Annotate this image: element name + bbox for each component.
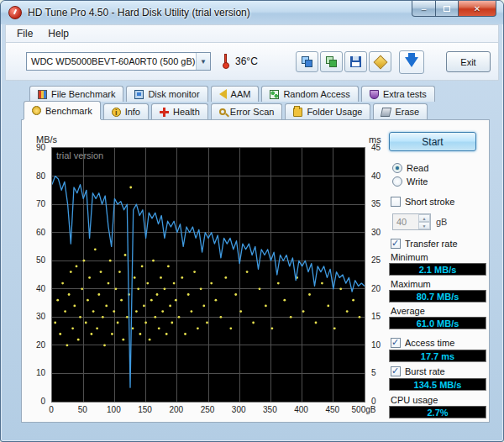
tab-label: Health	[173, 107, 200, 117]
tab-label: AAM	[231, 89, 251, 99]
tab-info[interactable]: i Info	[103, 103, 149, 119]
access-time-checkbox[interactable]	[391, 338, 401, 348]
tab-file-benchmark[interactable]: File Benchmark	[29, 86, 123, 102]
minimum-value: 2.1 MB/s	[389, 263, 486, 276]
save-screenshot-button[interactable]	[344, 51, 367, 72]
start-button[interactable]: Start	[389, 132, 476, 151]
short-stroke-row[interactable]: Short stroke	[391, 197, 491, 207]
folder-icon	[293, 108, 302, 117]
read-radio-row[interactable]: Read	[392, 163, 491, 173]
stroke-unit-label: gB	[436, 217, 447, 227]
access-time-value: 17.7 ms	[389, 350, 486, 362]
title-bar: HD Tune Pro 4.50 - Hard Disk Utility (tr…	[1, 1, 503, 24]
average-value: 61.0 MB/s	[389, 317, 486, 329]
write-radio-row[interactable]: Write	[392, 176, 491, 187]
write-radio[interactable]	[392, 176, 402, 187]
short-stroke-label: Short stroke	[405, 197, 454, 207]
right-tick: 10	[371, 340, 381, 350]
tab-erase[interactable]: Erase	[373, 103, 428, 119]
left-tick: 40	[36, 284, 45, 293]
average-label: Average	[391, 306, 491, 316]
short-stroke-checkbox[interactable]	[391, 197, 401, 207]
read-radio[interactable]	[392, 163, 402, 173]
tab-random-access[interactable]: Random Access	[261, 86, 358, 102]
tab-disk-monitor[interactable]: Disk monitor	[126, 86, 207, 102]
left-tick: 50	[36, 255, 45, 265]
cpu-usage-value: 2.7%	[389, 406, 486, 418]
caption-buttons: – ✕	[412, 1, 496, 17]
tab-row-primary: Benchmark i Info Health Error Scan Folde…	[24, 102, 430, 119]
tab-error-scan[interactable]: Error Scan	[211, 103, 283, 119]
tab-benchmark[interactable]: Benchmark	[24, 101, 101, 119]
minimize-button[interactable]: –	[412, 1, 436, 17]
left-tick: 30	[36, 312, 45, 321]
x-tick: 100	[107, 405, 121, 414]
spinner-buttons: ▲ ▼	[418, 214, 430, 229]
x-tick: 200	[169, 405, 183, 414]
right-tick: 25	[371, 255, 381, 265]
burst-rate-row[interactable]: Burst rate	[391, 366, 491, 376]
transfer-rate-row[interactable]: Transfer rate	[391, 239, 491, 249]
save-icon	[350, 56, 361, 67]
app-window: HD Tune Pro 4.50 - Hard Disk Utility (tr…	[0, 0, 504, 442]
spin-up-icon[interactable]: ▲	[418, 214, 430, 222]
menu-file[interactable]: File	[9, 26, 40, 41]
left-axis-ticks: 9080706050403020100	[26, 147, 48, 403]
chevron-down-icon: ▼	[196, 53, 210, 70]
app-icon	[8, 6, 22, 19]
x-tick: 500gB	[352, 405, 376, 414]
minimum-label: Minimum	[391, 252, 491, 262]
maximize-button[interactable]	[436, 1, 459, 17]
x-tick: 350	[263, 405, 277, 414]
options-icon	[373, 55, 387, 69]
x-tick: 50	[78, 405, 87, 414]
drive-select[interactable]: WDC WD5000BEVT-60A0RT0 (500 gB) ▼	[26, 52, 211, 71]
menu-help[interactable]: Help	[40, 26, 76, 41]
burst-rate-checkbox[interactable]	[391, 366, 401, 376]
magnifier-icon	[219, 108, 226, 115]
right-tick: 45	[371, 143, 381, 152]
right-tick: 5	[371, 368, 376, 377]
copy-text-icon	[326, 56, 337, 67]
maximum-label: Maximum	[391, 279, 491, 289]
tab-label: Info	[125, 107, 140, 117]
right-tick: 30	[371, 228, 381, 237]
benchmark-plot: trial version	[51, 147, 365, 403]
maximize-icon	[444, 6, 450, 12]
speaker-icon	[219, 89, 227, 99]
tab-label: Error Scan	[230, 107, 275, 117]
exit-button[interactable]: Exit	[446, 51, 491, 72]
left-tick: 10	[36, 368, 45, 377]
close-button[interactable]: ✕	[459, 1, 496, 17]
copy-screenshot-button[interactable]	[296, 51, 318, 72]
thermometer-icon	[223, 54, 229, 69]
copy-text-button[interactable]	[320, 51, 343, 72]
left-tick: 80	[36, 171, 45, 181]
copy-screenshot-icon	[302, 56, 312, 67]
tab-aam[interactable]: AAM	[211, 86, 260, 102]
tab-folder-usage[interactable]: Folder Usage	[285, 103, 370, 119]
right-tick: 35	[371, 199, 381, 208]
spin-down-icon[interactable]: ▼	[418, 222, 430, 229]
burst-rate-label: Burst rate	[405, 366, 445, 376]
file-benchmark-icon	[38, 90, 47, 99]
cpu-usage-label: CPU usage	[391, 395, 491, 405]
left-tick: 20	[36, 340, 45, 350]
upgrade-button[interactable]	[399, 50, 424, 74]
tab-extra-tests[interactable]: Extra tests	[361, 86, 435, 102]
right-tick: 40	[371, 171, 381, 181]
stroke-size-spinner[interactable]: 40 ▲ ▼	[392, 213, 431, 230]
tab-label: Folder Usage	[307, 107, 362, 117]
options-button[interactable]	[369, 51, 391, 72]
health-cross-icon	[160, 108, 169, 117]
x-tick: 150	[138, 405, 152, 414]
transfer-rate-checkbox[interactable]	[391, 239, 401, 249]
tab-label: Random Access	[283, 89, 349, 99]
tab-row-secondary: File Benchmark Disk monitor AAM Random A…	[29, 85, 438, 102]
tab-health[interactable]: Health	[151, 103, 208, 119]
access-time-row[interactable]: Access time	[391, 338, 491, 348]
x-tick: 400	[294, 405, 308, 414]
right-tick: 20	[371, 284, 381, 293]
tab-label: Erase	[395, 107, 419, 117]
benchmark-icon	[32, 106, 41, 115]
